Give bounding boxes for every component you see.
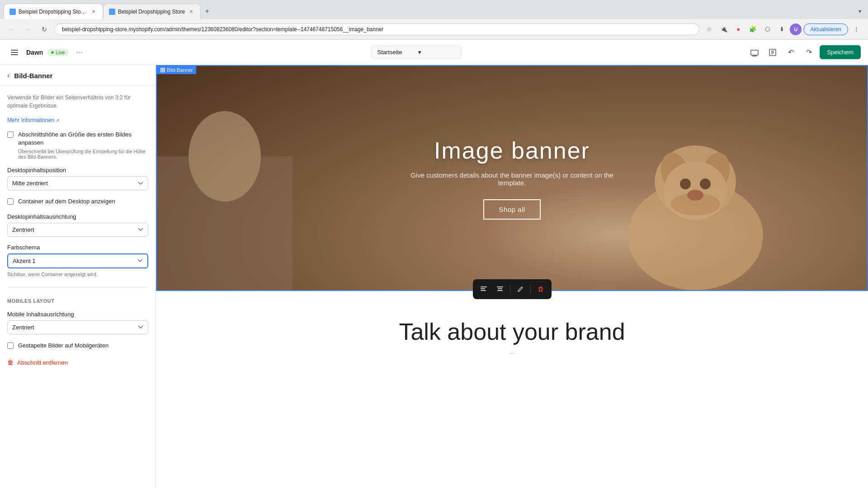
checkbox-mobile-stack[interactable] [7,343,14,349]
toolbar-delete[interactable] [533,282,548,296]
checkbox-mobile-stack-label[interactable]: Gestapelte Bilder auf Mobilgeräten [18,342,108,350]
sidebar-header: ‹ Bild-Banner [0,65,156,86]
tab-inactive[interactable]: Beispiel Dropshipping Store ✕ [103,4,201,19]
tab-dropdown[interactable]: ▾ [855,7,864,16]
sidebar-description: Verwende für Bilder ein Seitenverhältnis… [7,94,148,110]
profile-avatar[interactable]: U [790,23,802,35]
form-group-mobile-align: Mobile Inhaltsausrichtung ZentriertLinks… [7,311,148,334]
toolbar-align-left[interactable] [476,282,491,296]
download-icon[interactable]: ⬇ [775,23,788,36]
tab-favicon-2 [109,9,115,15]
sidebar: ‹ Bild-Banner Verwende für Bilder ein Se… [0,65,156,488]
sidebar-title: Bild-Banner [14,72,52,80]
header-center: Startseite ▾ [91,46,742,59]
aktualisieren-button[interactable]: Aktualisieren [803,23,848,35]
mobile-align-label: Mobile Inhaltsausrichtung [7,311,148,318]
checkbox-height-label[interactable]: Abschnittshöhe an Größe des ersten Bilde… [18,131,132,146]
image-banner-tag: Bild-Banner [157,66,196,74]
brand-title: Talk about your brand [165,318,859,345]
hamburger-button[interactable] [7,45,22,60]
tab-title-inactive: Beispiel Dropshipping Store [118,9,185,15]
shop-all-button[interactable]: Shop all [483,199,540,220]
mobile-layout-label: MOBILES LAYOUT [7,298,148,304]
browser-actions: ☆ 🔌 ● 🧩 ⬡ ⬇ U Aktualisieren ⋮ [703,23,863,36]
banner-content: Image banner Give customers details abou… [399,137,625,220]
tab-right-controls: ▾ [855,7,864,16]
redo-button[interactable]: ↷ [802,45,816,60]
live-dot [51,51,54,54]
toolbar-edit[interactable] [513,282,528,296]
desktop-align-select[interactable]: ZentriertLinksRechts [7,223,148,237]
opera-icon[interactable]: ● [732,23,745,36]
svg-rect-0 [11,50,18,51]
checkbox-container-label[interactable]: Container auf dem Desktop anzeigen [18,197,115,206]
page-selector[interactable]: Startseite ▾ [371,46,462,59]
forward-button[interactable]: → [22,23,34,36]
checkbox-group-container: Container auf dem Desktop anzeigen [7,197,148,206]
toolbar-align-center[interactable] [493,282,507,296]
live-label: Live [56,50,65,55]
svg-rect-23 [497,290,503,291]
extension-icon[interactable]: 🔌 [717,23,730,36]
back-button[interactable]: ← [5,23,18,36]
desktop-align-label: Desktopinhaltsausrichtung [7,213,148,220]
section-divider [7,287,148,287]
color-scheme-select[interactable]: Akzent 1Akzent 2Hintergrund 1Hintergrund… [7,253,148,268]
svg-point-15 [687,190,703,201]
form-group-color-scheme: Farbschema Akzent 1Akzent 2Hintergrund 1… [7,244,148,278]
brand-section: Talk about your brand ... [156,291,868,364]
extensions-menu[interactable]: 🧩 [746,23,759,36]
live-badge: Live [47,49,68,56]
dog-image-area [605,100,786,290]
svg-rect-3 [751,50,758,55]
svg-rect-20 [481,290,486,291]
svg-rect-18 [481,286,487,287]
checkbox-height[interactable] [7,131,14,138]
tab-active[interactable]: Beispiel Dropshipping Store ·... ✕ [4,4,103,19]
svg-rect-6 [162,69,164,71]
reload-button[interactable]: ↻ [38,23,51,36]
external-link-icon: ↗ [56,118,59,123]
brand-text: ... [165,349,859,355]
svg-rect-2 [11,54,18,55]
trash-icon: 🗑 [7,359,14,366]
more-menu-icon[interactable]: ⋮ [850,23,863,36]
browser-toolbar: ← → ↻ beispiel-dropshipping-store.myshop… [0,19,868,40]
devices-icon[interactable] [747,45,762,60]
color-scheme-label: Farbschema [7,244,148,251]
image-banner-wrapper: Bild-Banner [156,65,868,291]
mobile-align-select[interactable]: ZentriertLinksRechts [7,320,148,334]
undo-button[interactable]: ↶ [783,45,798,60]
share-icon[interactable]: ⬡ [761,23,774,36]
svg-point-17 [189,111,261,202]
tab-close-inactive[interactable]: ✕ [188,8,195,15]
svg-rect-21 [497,286,503,287]
main-content: ‹ Bild-Banner Verwende für Bilder ein Se… [0,65,868,488]
delete-section-button[interactable]: 🗑 Abschnitt entfernen [7,357,148,368]
desktop-position-label: Desktopinhaltsposition [7,167,148,174]
header-more-button[interactable]: ··· [73,46,86,59]
new-tab-button[interactable]: + [201,5,213,18]
desktop-position-select[interactable]: Mitte zentriertLinksRechts [7,176,148,190]
image-banner: Image banner Give customers details abou… [157,66,867,290]
inspector-icon[interactable] [765,45,780,60]
checkbox-group-height: Abschnittshöhe an Größe des ersten Bilde… [7,131,148,160]
store-theme-label: Dawn [26,49,43,56]
toolbar-divider [510,285,510,294]
page-selector-value: Startseite [377,49,415,56]
tab-close-active[interactable]: ✕ [90,8,97,15]
address-bar[interactable]: beispiel-dropshipping-store.myshopify.co… [54,23,699,35]
browser-window: Beispiel Dropshipping Store ·... ✕ Beisp… [0,0,868,488]
background-person [157,66,292,290]
svg-rect-22 [498,288,502,289]
mehr-info-link[interactable]: Mehr Informationen ↗ [7,117,148,123]
bookmark-icon[interactable]: ☆ [703,23,716,36]
url-text: beispiel-dropshipping-store.myshopify.co… [62,26,692,33]
speichern-button[interactable]: Speichern [820,45,861,59]
tab-bar: Beispiel Dropshipping Store ·... ✕ Beisp… [0,0,868,19]
sidebar-body: Verwende für Bilder ein Seitenverhältnis… [0,86,156,375]
checkbox-container[interactable] [7,198,14,205]
header-right: ↶ ↷ Speichern [747,45,861,60]
color-hint: Sichtbar, wenn Container angezeigt wird. [7,271,148,278]
sidebar-back-button[interactable]: ‹ [7,71,9,80]
